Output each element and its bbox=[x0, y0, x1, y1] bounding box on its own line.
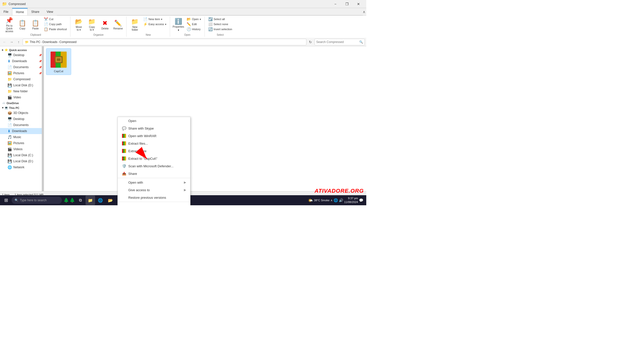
sidebar-item-downloads-quick[interactable]: ⬇ Downloads 📌 bbox=[0, 58, 44, 64]
sidebar-item-videos-pc[interactable]: 🎬 Videos bbox=[0, 146, 44, 152]
taskbar-edge[interactable]: 🌐 bbox=[96, 195, 105, 205]
thispc-header[interactable]: ▾ 💻 This PC bbox=[0, 105, 44, 110]
start-button[interactable]: ⊞ bbox=[1, 195, 11, 205]
dl-pc-icon: ⬇ bbox=[8, 129, 11, 133]
notification-button[interactable]: 💬 bbox=[359, 198, 363, 202]
sidebar-item-music[interactable]: 🎵 Music bbox=[0, 134, 44, 140]
search-input[interactable] bbox=[316, 40, 358, 44]
sidebar-item-locald-pc[interactable]: 💾 Local Disk (D:) bbox=[0, 158, 44, 164]
paste-shortcut-button[interactable]: 📋 Paste shortcut bbox=[42, 27, 68, 32]
rename-button[interactable]: ✏️ Rename bbox=[112, 17, 124, 32]
sidebar-item-3dobjects[interactable]: 📦 3D Objects bbox=[0, 110, 44, 116]
search-box[interactable]: 🔍 bbox=[314, 39, 365, 45]
sidebar-item-documents-quick[interactable]: 📄 Documents 📌 bbox=[0, 64, 44, 70]
tab-home[interactable]: Home bbox=[12, 8, 28, 15]
taskbar-icon-nature2[interactable]: 🌲 bbox=[69, 197, 75, 203]
move-to-button[interactable]: 📂 Moveto ▾ bbox=[72, 17, 85, 32]
quick-access-header[interactable]: ▸ ⭐ Quick access bbox=[0, 47, 44, 52]
easy-access-button[interactable]: ⚡ Easy access ▾ bbox=[142, 22, 168, 27]
sidebar-item-desktop-quick[interactable]: 🖥️ Desktop 📌 bbox=[0, 52, 44, 58]
edit-button[interactable]: ✏️ Edit bbox=[185, 22, 203, 27]
taskbar-icon-nature[interactable]: 🌲 bbox=[63, 197, 69, 203]
taskbar-search[interactable]: 🔍 Type here to search bbox=[12, 197, 62, 204]
sidebar-item-pictures-pc[interactable]: 🖼️ Pictures bbox=[0, 140, 44, 146]
documents-icon: 📄 bbox=[8, 65, 12, 69]
task-view-button[interactable]: ⧉ bbox=[75, 195, 85, 205]
sidebar-item-newfolder[interactable]: 📁 New folder bbox=[0, 88, 44, 94]
ctx-restore-icon bbox=[122, 195, 126, 200]
delete-button[interactable]: ✖ Delete bbox=[99, 17, 111, 32]
select-none-button[interactable]: ⬜ Select none bbox=[207, 22, 234, 27]
sidebar-item-video[interactable]: 🎬 Video bbox=[0, 94, 44, 100]
history-button[interactable]: 🕐 History bbox=[185, 27, 203, 32]
file-item-capcut[interactable]: CapCut bbox=[46, 48, 71, 75]
sidebar-item-compressed[interactable]: 📁 Compressed bbox=[0, 76, 44, 82]
sidebar-item-locald-quick[interactable]: 💾 Local Disk (D:) bbox=[0, 82, 44, 88]
ctx-extract-to[interactable]: Extract to "CapCut\" bbox=[118, 155, 190, 162]
back-button[interactable]: ← bbox=[2, 39, 8, 45]
address-path[interactable]: 📁 This PC › Downloads › Compressed bbox=[23, 39, 306, 45]
sidebar-item-documents-pc[interactable]: 📄 Documents bbox=[0, 122, 44, 128]
maximize-button[interactable]: ❐ bbox=[341, 0, 353, 8]
paste-icon: 📋 bbox=[32, 20, 39, 27]
ctx-extract-to-icon bbox=[122, 156, 126, 161]
ribbon-content: 📌 Pin to Quickaccess 📋 Copy 📋 Paste ✂️ C… bbox=[0, 16, 366, 38]
weather-text[interactable]: 38°C Smoke bbox=[314, 199, 330, 202]
ctx-extract-files-icon bbox=[122, 141, 126, 146]
ctx-open-winrar[interactable]: Open with WinRAR bbox=[118, 132, 190, 140]
onedrive-header[interactable]: ☁️ OneDrive bbox=[0, 100, 44, 105]
new-item-button[interactable]: 📄 New item ▾ bbox=[142, 17, 168, 22]
sidebar-item-network[interactable]: 🌐 Network bbox=[0, 164, 44, 170]
pics-pc-icon: 🖼️ bbox=[8, 141, 12, 145]
taskbar-folder[interactable]: 📂 bbox=[106, 195, 115, 205]
ctx-open[interactable]: Open bbox=[118, 117, 190, 125]
taskbar-explorer[interactable]: 📁 bbox=[86, 195, 95, 205]
minimize-button[interactable]: − bbox=[330, 0, 341, 8]
svg-rect-9 bbox=[123, 134, 125, 138]
svg-rect-16 bbox=[122, 149, 123, 153]
tab-file[interactable]: File bbox=[0, 8, 12, 15]
ctx-open-with[interactable]: Open with ▶ bbox=[118, 179, 190, 186]
sidebar-item-desktop-pc[interactable]: 🖥️ Desktop bbox=[0, 116, 44, 122]
ctx-share[interactable]: 📤 Share bbox=[118, 170, 190, 177]
tab-view[interactable]: View bbox=[43, 8, 57, 15]
clipboard-group: 📌 Pin to Quickaccess 📋 Copy 📋 Paste ✂️ C… bbox=[1, 17, 70, 37]
up-button[interactable]: ↑ bbox=[16, 39, 22, 45]
sidebar-item-pictures-quick[interactable]: 🖼️ Pictures 📌 bbox=[0, 70, 44, 76]
new-folder-button[interactable]: 📁 Newfolder bbox=[129, 17, 141, 32]
open-btn[interactable]: 📂 Open ▾ bbox=[185, 17, 203, 22]
ctx-extract-files[interactable]: Extract files... bbox=[118, 140, 190, 147]
tab-share[interactable]: Share bbox=[28, 8, 43, 15]
local-d-icon: 💾 bbox=[8, 159, 12, 163]
ctx-extract-here[interactable]: Extract Here bbox=[118, 147, 190, 155]
ribbon-tabs: File Home Share View ∧ bbox=[0, 8, 366, 16]
this-pc-icon: 💻 bbox=[5, 106, 8, 109]
sidebar-item-localc[interactable]: 💾 Local Disk (C:) bbox=[0, 152, 44, 158]
properties-button[interactable]: ℹ️ Properties ▾ bbox=[172, 17, 185, 32]
copy-button[interactable]: 📋 Copy bbox=[16, 17, 29, 32]
paste-button[interactable]: 📋 Paste bbox=[29, 17, 42, 32]
copy-path-button[interactable]: 📄 Copy path bbox=[42, 22, 68, 27]
rename-icon: ✏️ bbox=[114, 20, 122, 27]
system-tray: 🌤️ 38°C Smoke ∧ 🌐 🔊 9:37 pm 11/08/2024 💬 bbox=[306, 196, 365, 204]
clock[interactable]: 9:37 pm 11/08/2024 bbox=[344, 196, 358, 204]
ctx-send-to[interactable]: Send to ▶ bbox=[118, 203, 190, 205]
ctx-restore-versions[interactable]: Restore previous versions bbox=[118, 194, 190, 201]
refresh-button[interactable]: ↻ bbox=[307, 39, 313, 45]
ctx-give-access[interactable]: Give access to ▶ bbox=[118, 186, 190, 194]
delete-icon: ✖ bbox=[102, 20, 107, 27]
select-all-button[interactable]: ☑️ Select all bbox=[207, 17, 234, 22]
new-small-buttons: 📄 New item ▾ ⚡ Easy access ▾ bbox=[142, 17, 168, 27]
ctx-scan-defender[interactable]: 🛡️ Scan with Microsoft Defender... bbox=[118, 162, 190, 170]
tray-chevron[interactable]: ∧ bbox=[331, 199, 333, 202]
sidebar-item-downloads-pc[interactable]: ⬇ Downloads bbox=[0, 128, 44, 134]
cut-button[interactable]: ✂️ Cut bbox=[42, 17, 68, 22]
ctx-share-skype[interactable]: 💬 Share with Skype bbox=[118, 125, 190, 132]
copy-to-button[interactable]: 📁 Copyto ▾ bbox=[86, 17, 98, 32]
invert-selection-button[interactable]: 🔄 Invert selection bbox=[207, 27, 234, 32]
forward-button[interactable]: → bbox=[9, 39, 15, 45]
organize-items: 📂 Moveto ▾ 📁 Copyto ▾ ✖ Delete ✏️ Rename bbox=[72, 17, 124, 33]
pin-to-quick-access-button[interactable]: 📌 Pin to Quickaccess bbox=[3, 17, 16, 32]
ribbon-collapse-button[interactable]: ∧ bbox=[363, 8, 366, 15]
close-button[interactable]: ✕ bbox=[353, 0, 364, 8]
